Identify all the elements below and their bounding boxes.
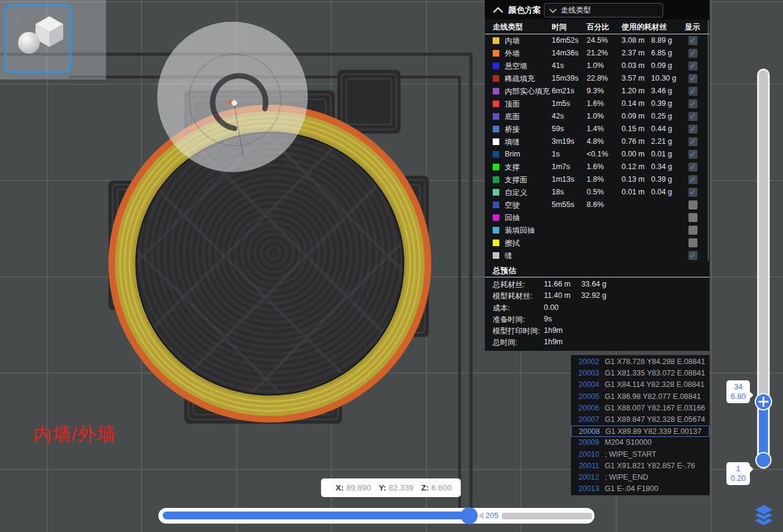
gcode-line-text: G1 X84.114 Y82.328 E.08841 [605,380,705,389]
line-type-label: 外墙 [505,49,520,59]
show-checkbox[interactable] [688,112,697,121]
filament-length-value: 0.13 m [622,175,644,184]
coordinate-value: 82.339 [388,483,413,492]
line-type-label: 支撑面 [505,175,528,185]
move-slider[interactable]: 205 [158,508,594,524]
line-type-label: 填缝 [505,137,520,147]
line-type-label: 稀疏填充 [505,74,535,84]
gcode-line[interactable]: 20013G1 E-.04 F1800 [571,483,710,495]
show-checkbox[interactable] [688,226,697,235]
table-row: 稀疏填充 15m39s 22.8% 3.57 m 10.30 g [485,72,710,85]
table-row: 支撑 1m7s 1.6% 0.12 m 0.34 g [485,161,710,173]
layer-slider-bottom-handle[interactable] [755,452,772,468]
line-type-color-swatch [493,151,499,158]
view-type-dropdown[interactable]: 走线类型 [544,3,663,17]
show-checkbox[interactable] [688,74,697,83]
show-checkbox[interactable] [688,175,697,184]
filament-weight-value: 0.01 g [651,150,672,158]
gcode-line[interactable]: 20009M204 S10000 [571,437,710,448]
table-row: 悬空墙 41s 1.0% 0.03 m 0.09 g [485,60,710,72]
time-value: 6m21s [552,87,575,95]
show-checkbox[interactable] [688,36,697,45]
layer-slider-top-handle[interactable] [755,393,772,410]
gcode-line[interactable]: 20010; WIPE_START [571,449,710,460]
show-checkbox[interactable] [688,251,697,260]
gcode-line-text: G1 X89.89 Y82.339 E.00137 [605,427,702,436]
gcode-line-number: 20013 [571,483,599,495]
gcode-line[interactable]: 20005G1 X86.98 Y82.077 E.08841 [571,391,710,403]
filament-weight-value: 0.25 g [651,112,672,120]
show-checkbox[interactable] [688,125,697,134]
line-type-label: 空驶 [505,200,520,211]
bottom-layer-number: 1 [731,464,746,474]
show-checkbox[interactable] [688,49,697,58]
time-value: 3m19s [552,137,575,146]
coordinate-pair: X:89.890 [330,483,371,492]
show-checkbox[interactable] [688,137,697,146]
line-type-color-swatch [493,126,499,132]
coordinate-label: X: [335,483,344,492]
gcode-line-text: ; WIPE_START [605,450,657,459]
total-row: 成本: 0.00 [485,302,710,314]
gcode-line[interactable]: 20002G1 X78.728 Y84.288 E.08841 [571,356,710,368]
gcode-line-text: G1 X88.007 Y82.167 E.03166 [605,404,705,412]
coordinate-label: Z: [421,483,429,492]
table-row: 桥接 59s 1.4% 0.15 m 0.44 g [485,123,710,135]
table-row: 内墙 16m52s 24.5% 3.08 m 8.89 g [485,34,710,47]
gcode-line-text: G1 X81.335 Y83.072 E.08841 [605,369,705,377]
table-row: 缝 [485,249,710,262]
collapse-panel-icon[interactable] [493,6,504,13]
gcode-line-number: 20009 [571,437,599,448]
filament-weight-value: 0.44 g [651,125,672,133]
show-checkbox[interactable] [688,162,697,172]
filament-length-value: 0.15 m [622,125,644,133]
line-type-color-swatch [493,164,499,170]
bottom-layer-height: 0.20 [731,474,746,483]
top-layer-number: 34 [731,382,746,392]
show-checkbox[interactable] [688,99,697,108]
gcode-line-number: 20004 [571,379,599,391]
gcode-line[interactable]: 20007G1 X89.847 Y82.328 E.05674 [571,414,710,425]
move-slider-handle[interactable] [461,507,478,524]
gcode-line[interactable]: 20006G1 X88.007 Y82.167 E.03166 [571,403,710,414]
time-value: 1m7s [552,162,570,171]
move-slider-value: 205 [485,511,499,520]
total-value-1: 1h9m [544,326,563,335]
line-type-label: 顶面 [505,99,520,110]
filament-length-value: 0.14 m [622,99,644,108]
gcode-line-number: 20010 [571,449,599,460]
plate-selection-box[interactable]: 1 [4,4,72,73]
show-checkbox[interactable] [688,87,697,96]
show-checkbox[interactable] [688,188,697,197]
gcode-line[interactable]: 20004G1 X84.114 Y82.328 E.08841 [571,379,710,391]
gcode-line-text: G1 X78.728 Y84.288 E.08841 [605,357,705,366]
line-type-color-swatch [493,101,499,107]
line-type-label: 支撑 [505,162,520,173]
gcode-line[interactable]: 20012; WIPE_END [571,472,710,483]
show-checkbox[interactable] [688,200,697,209]
gcode-line-number: 20005 [571,391,599,403]
gcode-line[interactable]: 20003G1 X81.335 Y83.072 E.08841 [571,368,710,379]
plate-thumbnail-area[interactable]: 1 [0,0,106,79]
gcode-line[interactable]: 20011G1 X91.821 Y82.857 E-.76 [571,460,710,472]
coordinate-label: Y: [379,483,387,492]
layers-view-icon[interactable] [753,504,774,527]
line-type-color-swatch [493,189,499,196]
filament-weight-value: 0.09 g [651,61,672,70]
panel-scrollbar[interactable] [708,20,709,261]
show-checkbox[interactable] [688,238,697,247]
filament-length-value: 2.37 m [622,49,644,57]
show-checkbox[interactable] [688,213,697,222]
line-type-color-swatch [493,138,499,145]
gcode-line-text: M204 S10000 [605,438,652,447]
coordinate-pair: Y:82.339 [373,483,414,492]
percent-value: <0.1% [587,150,608,158]
show-checkbox[interactable] [688,61,697,70]
panel-header: 颜色方案 走线类型 [485,0,710,19]
filament-weight-value: 8.89 g [651,36,672,45]
line-type-label: 缝 [505,251,513,261]
dropdown-selected-value: 走线类型 [561,5,591,16]
show-checkbox[interactable] [688,150,697,159]
percent-value: 0.5% [587,188,604,196]
gcode-line[interactable]: 20008G1 X89.89 Y82.339 E.00137 [571,425,710,437]
